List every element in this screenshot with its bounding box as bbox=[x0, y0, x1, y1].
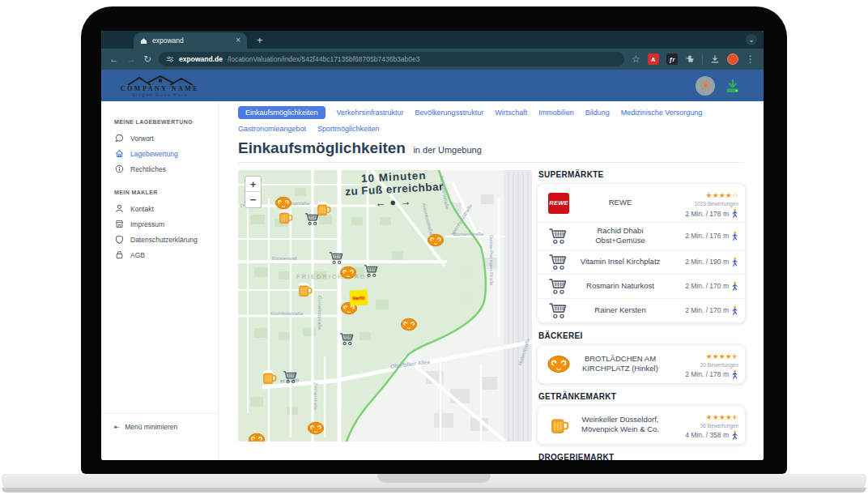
menu-minimize-button[interactable]: ⇤ Menü minimieren bbox=[101, 413, 218, 431]
walking-person-icon bbox=[731, 430, 738, 441]
place-row[interactable]: Vitamin Insel Kirchplatz 2 Min. / 190 m bbox=[538, 250, 745, 275]
tab-einkaufsmoeglichkeiten[interactable]: Einkaufsmöglichkeiten bbox=[238, 106, 326, 119]
sidebar-item-lagebewertung[interactable]: Lagebewertung bbox=[101, 146, 218, 161]
fonts-extension-icon[interactable]: ƒr bbox=[666, 53, 678, 65]
map-marker-pretzel-icon[interactable] bbox=[427, 233, 443, 250]
sidebar-item-agb[interactable]: AGB bbox=[101, 247, 218, 262]
place-name: Rachid Dhabi Obst+Gemüse bbox=[573, 226, 667, 246]
results-panel: SUPERMÄRKTE REWE REWE ★★★★☆ 1023 Bewertu… bbox=[537, 170, 746, 460]
walking-person-icon bbox=[731, 257, 738, 267]
map-marker-beer-icon[interactable] bbox=[261, 369, 277, 386]
downloads-icon[interactable] bbox=[710, 54, 720, 64]
zoom-in-button[interactable]: + bbox=[245, 177, 261, 192]
bookmark-star-icon[interactable]: ☆ bbox=[632, 54, 640, 64]
map-marker-pretzel-icon[interactable] bbox=[339, 266, 355, 282]
new-tab-button[interactable]: + bbox=[257, 32, 263, 49]
walking-person-icon bbox=[731, 305, 738, 316]
sidebar-item-kontakt[interactable]: Kontakt bbox=[101, 201, 218, 216]
zoom-out-button[interactable]: − bbox=[245, 192, 261, 207]
profile-avatar[interactable] bbox=[727, 53, 738, 65]
adobe-extension-icon[interactable]: A bbox=[648, 53, 659, 65]
place-row-rewe[interactable]: REWE REWE ★★★★☆ 1023 Bewertungen 2 Min. … bbox=[538, 184, 745, 223]
storefront-icon bbox=[115, 220, 124, 228]
tab-immobilien[interactable]: Immobilien bbox=[538, 109, 574, 117]
cart-icon bbox=[544, 278, 573, 295]
walking-person-icon bbox=[731, 231, 738, 241]
back-icon[interactable]: ← bbox=[109, 54, 119, 64]
url-domain: expowand.de bbox=[179, 55, 223, 63]
browser-tab[interactable]: expowand × bbox=[134, 32, 247, 49]
walking-person-icon bbox=[731, 369, 738, 380]
cart-icon bbox=[544, 228, 573, 245]
street-label: Bunsenstraße bbox=[453, 232, 483, 237]
tab-sportmoeglichkeiten[interactable]: Sportmöglichkeiten bbox=[317, 125, 380, 133]
forward-icon[interactable]: → bbox=[126, 54, 136, 64]
main-content: Einkaufsmöglichkeiten Verkehrsinfrastruk… bbox=[219, 101, 764, 460]
district-label: FRIEDRICHSTADT bbox=[296, 273, 372, 280]
sidebar-section-makler: MEIN MAKLER bbox=[114, 190, 218, 195]
company-slogan: Slogan Goes Here bbox=[101, 92, 219, 97]
tab-search-chevron-icon[interactable]: ⌄ bbox=[746, 34, 757, 45]
map-marker-cart-icon[interactable] bbox=[339, 332, 355, 348]
map-marker-pretzel-icon[interactable] bbox=[307, 421, 323, 437]
shield-icon bbox=[115, 235, 124, 244]
walk-time: 2 Min. / 178 m bbox=[685, 210, 729, 218]
place-row[interactable]: BROTLÄDCHEN AM KIRCHPLATZ (Hinkel) ★★★★☆… bbox=[538, 345, 745, 383]
map-marker-pretzel-icon[interactable] bbox=[400, 318, 416, 334]
map-marker-cart-icon[interactable] bbox=[329, 251, 345, 267]
review-count: 36 Bewertungen bbox=[667, 423, 738, 429]
tab-gastronomieangebot[interactable]: Gastronomieangebot bbox=[238, 125, 306, 133]
sidebar-item-datenschutz[interactable]: Datenschutzerklärung bbox=[101, 232, 218, 247]
map-marker-beer-icon[interactable] bbox=[277, 209, 293, 225]
walk-time: 2 Min. / 176 m bbox=[685, 232, 729, 240]
map-marker-cart-icon[interactable] bbox=[283, 370, 299, 386]
sidebar-item-impressum[interactable]: Impressum bbox=[101, 216, 218, 232]
section-heading-baeckerei: BÄCKEREI bbox=[538, 331, 746, 340]
map-marker-pretzel-icon[interactable] bbox=[248, 433, 264, 441]
sidebar-item-vorwort[interactable]: Vorwort bbox=[101, 130, 218, 146]
lock-icon bbox=[115, 250, 124, 259]
tab-verkehrsinfrastruktur[interactable]: Verkehrsinfrastruktur bbox=[337, 109, 404, 117]
beverage-card: Weinkeller Düsseldorf, Mövenpick Wein & … bbox=[537, 405, 746, 445]
tab-bildung[interactable]: Bildung bbox=[585, 109, 610, 117]
laptop-base bbox=[2, 474, 866, 493]
map-marker-beer-icon[interactable] bbox=[296, 282, 313, 298]
map-zoom-control: + − bbox=[245, 176, 262, 208]
user-avatar-sun-icon[interactable] bbox=[696, 76, 715, 96]
place-row[interactable]: Rosmarin Naturkost 2 Min. / 170 m bbox=[538, 275, 745, 299]
place-name: BROTLÄDCHEN AM KIRCHPLATZ (Hinkel) bbox=[573, 354, 667, 374]
walk-time: 2 Min. / 178 m bbox=[685, 370, 729, 378]
street-label: Kirchfeldstraße bbox=[270, 311, 303, 316]
place-name: Rainer Kersten bbox=[573, 305, 667, 315]
sidebar-item-rechtliches[interactable]: Rechtliches bbox=[101, 161, 218, 177]
title-divider bbox=[238, 162, 744, 163]
browser-toolbar: ← → ↻ expowand.de/locationValuation/inde… bbox=[101, 49, 764, 70]
laptop-bezel: expowand × + ⌄ ← → ↻ expowand.de/locatio… bbox=[81, 6, 787, 474]
place-row[interactable]: Rachid Dhabi Obst+Gemüse 2 Min. / 176 m bbox=[538, 223, 745, 250]
map-marker-cart-icon[interactable] bbox=[364, 264, 380, 280]
tab-bevoelkerungsstruktur[interactable]: Bevölkerungsstruktur bbox=[415, 109, 484, 117]
sidebar: MEINE LAGEBEWERTUNG Vorwort Lagebewertun… bbox=[101, 101, 219, 460]
tab-medizinische-versorgung[interactable]: Medizinische Versorgung bbox=[621, 109, 703, 117]
place-row[interactable]: Weinkeller Düsseldorf, Mövenpick Wein & … bbox=[538, 406, 745, 444]
rating-stars: ★★★★☆ bbox=[667, 187, 738, 200]
review-count: 20 Bewertungen bbox=[667, 362, 738, 368]
home-icon bbox=[115, 149, 124, 158]
export-download-icon[interactable] bbox=[725, 79, 741, 93]
company-name: COMPANY NAME bbox=[101, 86, 219, 93]
place-row[interactable]: Rainer Kersten 2 Min. / 170 m bbox=[538, 299, 745, 322]
extensions-puzzle-icon[interactable] bbox=[685, 54, 695, 64]
reload-icon[interactable]: ↻ bbox=[143, 54, 151, 64]
browser-menu-icon[interactable]: ⋮ bbox=[746, 54, 755, 64]
rating-stars: ★★★★☆★ bbox=[667, 409, 738, 422]
map[interactable]: gstraße Herzogstraße Fürstenwall FRIEDRI… bbox=[238, 170, 532, 441]
url-path: /locationValuation/index/542f44bc17135bf… bbox=[228, 55, 420, 63]
place-name: Rosmarin Naturkost bbox=[573, 281, 667, 291]
address-bar[interactable]: expowand.de/locationValuation/index/542f… bbox=[159, 52, 624, 66]
tab-close-icon[interactable]: × bbox=[236, 36, 240, 45]
tab-wirtschaft[interactable]: Wirtschaft bbox=[495, 109, 527, 117]
toolbar-separator bbox=[702, 54, 703, 65]
site-settings-icon bbox=[166, 55, 174, 63]
sidebar-item-label: Rechtliches bbox=[130, 165, 166, 173]
map-marker-netto-logo[interactable]: Netto bbox=[349, 289, 368, 305]
